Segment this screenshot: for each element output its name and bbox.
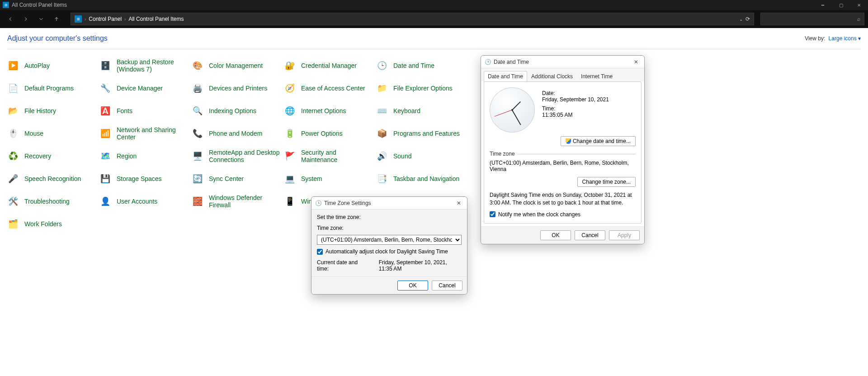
cp-item[interactable]: 🧱Windows Defender Firewall — [192, 192, 284, 210]
up-button[interactable] — [50, 13, 63, 25]
viewby-value[interactable]: Large icons ▾ — [829, 35, 861, 42]
item-label[interactable]: Power Options — [301, 130, 343, 137]
item-label[interactable]: File History — [24, 107, 56, 114]
apply-button[interactable]: Apply — [609, 230, 640, 240]
ok-button[interactable]: OK — [540, 230, 571, 240]
item-label[interactable]: AutoPlay — [24, 62, 50, 69]
item-label[interactable]: Default Programs — [24, 85, 74, 92]
item-label[interactable]: Sync Center — [209, 175, 244, 182]
cp-item[interactable]: 🔊Sound — [376, 147, 468, 165]
cp-item[interactable]: 📄Default Programs — [7, 79, 99, 97]
item-label[interactable]: System — [301, 175, 322, 182]
cp-item[interactable]: 🔍Indexing Options — [192, 102, 284, 120]
change-date-time-button[interactable]: Change date and time... — [561, 136, 636, 146]
item-label[interactable]: Color Management — [209, 62, 263, 69]
item-label[interactable]: Taskbar and Navigation — [393, 175, 459, 182]
cp-item[interactable]: 🕒Date and Time — [376, 57, 468, 75]
forward-button[interactable] — [19, 13, 33, 25]
back-button[interactable] — [4, 13, 17, 25]
cp-item[interactable]: ♻️Recovery — [7, 147, 99, 165]
tab-date-time[interactable]: Date and Time — [484, 71, 527, 81]
notify-checkbox[interactable]: Notify me when the clock changes — [490, 211, 636, 218]
item-label[interactable]: File Explorer Options — [393, 85, 453, 92]
cp-item[interactable]: 🗄️Backup and Restore (Windows 7) — [99, 57, 192, 75]
search-input[interactable]: ⌕ — [760, 13, 864, 25]
item-label[interactable]: Date and Time — [393, 62, 434, 69]
cp-item[interactable]: 🖱️Mouse — [7, 124, 99, 143]
cp-item[interactable]: 🚩Security and Maintenance — [284, 147, 376, 165]
notify-checkbox-input[interactable] — [490, 211, 495, 217]
cp-item[interactable]: ▶️AutoPlay — [7, 57, 99, 75]
address-bar[interactable]: ⊞ › Control Panel › All Control Panel It… — [71, 13, 754, 25]
item-label[interactable]: RemoteApp and Desktop Connections — [209, 149, 281, 163]
auto-dst-checkbox[interactable]: Automatically adjust clock for Daylight … — [317, 248, 462, 255]
cp-item[interactable]: 🎨Color Management — [192, 57, 284, 75]
item-label[interactable]: Network and Sharing Center — [117, 126, 189, 141]
close-button[interactable]: ✕ — [850, 0, 868, 10]
cp-item[interactable]: 🗺️Region — [99, 147, 192, 165]
cp-item[interactable]: 📑Taskbar and Navigation — [376, 170, 468, 188]
cp-item[interactable]: 📶Network and Sharing Center — [99, 124, 192, 143]
address-dropdown[interactable]: ⌄ — [739, 17, 743, 22]
cp-item[interactable]: 🔐Credential Manager — [284, 57, 376, 75]
item-label[interactable]: Ease of Access Center — [301, 85, 365, 92]
item-label[interactable]: Security and Maintenance — [301, 149, 373, 163]
tab-additional-clocks[interactable]: Additional Clocks — [527, 71, 577, 81]
recent-dropdown[interactable] — [34, 13, 48, 25]
breadcrumb-current[interactable]: All Control Panel Items — [128, 16, 184, 22]
cp-item[interactable]: 🔋Power Options — [284, 124, 376, 143]
cp-item[interactable]: 📂File History — [7, 102, 99, 120]
cp-item[interactable]: 🖥️RemoteApp and Desktop Connections — [192, 147, 284, 165]
tab-internet-time[interactable]: Internet Time — [577, 71, 617, 81]
cp-item[interactable]: 💾Storage Spaces — [99, 170, 192, 188]
item-label[interactable]: Fonts — [117, 107, 132, 114]
item-label[interactable]: Work Folders — [24, 220, 62, 228]
item-label[interactable]: Mouse — [24, 130, 43, 137]
item-label[interactable]: Speech Recognition — [24, 175, 81, 182]
cp-item[interactable]: 🛠️Troubleshooting — [7, 192, 99, 210]
cp-item[interactable]: 👤User Accounts — [99, 192, 192, 210]
cp-item[interactable]: 🌐Internet Options — [284, 102, 376, 120]
item-label[interactable]: Phone and Modem — [209, 130, 262, 137]
close-icon[interactable]: ✕ — [632, 59, 641, 65]
item-label[interactable]: Internet Options — [301, 107, 346, 114]
item-label[interactable]: User Accounts — [117, 198, 157, 205]
item-label[interactable]: Recovery — [24, 152, 51, 160]
item-label[interactable]: Programs and Features — [393, 130, 460, 137]
item-label[interactable]: Troubleshooting — [24, 198, 70, 205]
cp-item[interactable]: 🔄Sync Center — [192, 170, 284, 188]
cp-item[interactable]: 📁File Explorer Options — [376, 79, 468, 97]
cancel-button[interactable]: Cancel — [575, 230, 605, 240]
item-label[interactable]: Device Manager — [117, 85, 163, 92]
cp-item[interactable]: 🧭Ease of Access Center — [284, 79, 376, 97]
cp-item[interactable]: 📦Programs and Features — [376, 124, 468, 143]
item-label[interactable]: Windows Defender Firewall — [209, 194, 281, 209]
viewby-label: View by: — [805, 35, 825, 42]
item-label[interactable]: Keyboard — [393, 107, 420, 114]
item-label[interactable]: Backup and Restore (Windows 7) — [117, 58, 189, 73]
maximize-button[interactable]: ▢ — [832, 0, 850, 10]
cp-item[interactable]: 💻System — [284, 170, 376, 188]
cp-item[interactable]: 🅰️Fonts — [99, 102, 192, 120]
auto-dst-checkbox-input[interactable] — [317, 249, 323, 255]
item-label[interactable]: Indexing Options — [209, 107, 256, 114]
breadcrumb-root[interactable]: Control Panel — [89, 16, 122, 22]
cp-item[interactable]: 🗂️Work Folders — [7, 215, 99, 233]
minimize-button[interactable]: ━ — [814, 0, 832, 10]
cp-item[interactable]: ⌨️Keyboard — [376, 102, 468, 120]
item-label[interactable]: Region — [117, 152, 137, 160]
item-label[interactable]: Credential Manager — [301, 62, 357, 69]
close-icon[interactable]: ✕ — [454, 200, 463, 206]
cp-item[interactable]: 🎤Speech Recognition — [7, 170, 99, 188]
change-time-zone-button[interactable]: Change time zone... — [577, 177, 636, 187]
cancel-button[interactable]: Cancel — [432, 281, 462, 290]
item-label[interactable]: Storage Spaces — [117, 175, 162, 182]
refresh-button[interactable]: ⟳ — [745, 16, 750, 22]
item-label[interactable]: Sound — [393, 152, 411, 160]
item-label[interactable]: Devices and Printers — [209, 85, 267, 92]
timezone-select[interactable]: (UTC+01:00) Amsterdam, Berlin, Bern, Rom… — [317, 235, 462, 245]
cp-item[interactable]: 📞Phone and Modem — [192, 124, 284, 143]
cp-item[interactable]: 🖨️Devices and Printers — [192, 79, 284, 97]
cp-item[interactable]: 🔧Device Manager — [99, 79, 192, 97]
ok-button[interactable]: OK — [397, 281, 428, 290]
